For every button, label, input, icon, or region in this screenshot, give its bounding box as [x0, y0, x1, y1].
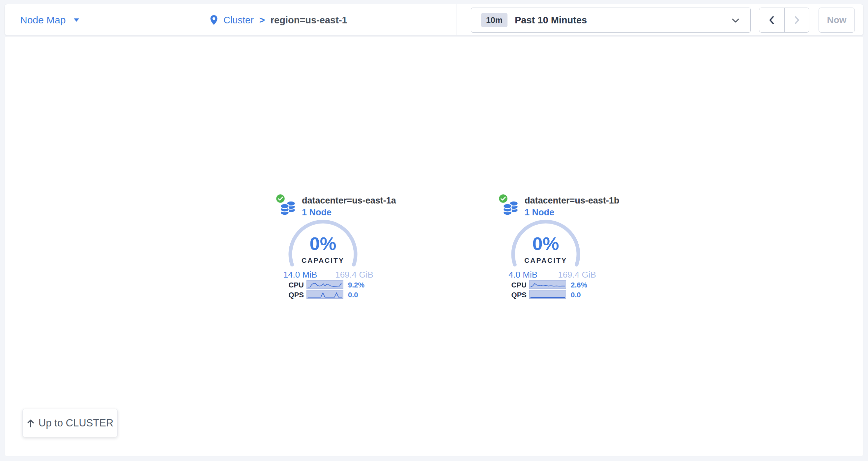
time-range-dropdown[interactable]: 10m Past 10 Minutes: [471, 7, 751, 33]
capacity-caption: CAPACITY: [509, 257, 582, 264]
time-prev-button[interactable]: [759, 8, 784, 32]
time-range-label: Past 10 Minutes: [515, 15, 587, 26]
qps-metric-row: QPS 0.0: [276, 290, 391, 300]
locality-node-count[interactable]: 1 Node: [525, 207, 554, 218]
up-to-cluster-label: Up to CLUSTER: [38, 417, 113, 429]
database-stack-icon: [280, 199, 297, 217]
view-selector-label: Node Map: [20, 14, 66, 26]
capacity-used: 4.0 MiB: [498, 270, 548, 280]
breadcrumb-separator: >: [259, 15, 265, 26]
chevron-down-icon: [732, 19, 739, 23]
cpu-sparkline: [307, 280, 343, 289]
chevron-left-icon: [768, 15, 776, 25]
locality-card-us-east-1b[interactable]: datacenter=us-east-1b 1 Node 0% CAPACITY…: [498, 193, 614, 302]
locality-name: datacenter=us-east-1a: [302, 196, 396, 206]
node-map-canvas: datacenter=us-east-1a 1 Node 0% CAPACITY…: [5, 36, 863, 456]
node-map-page: Node Map Cluster > region=us-east-1 10m …: [0, 0, 868, 461]
locality-node-count[interactable]: 1 Node: [302, 207, 332, 218]
qps-label: QPS: [498, 291, 527, 299]
locality-name: datacenter=us-east-1b: [525, 196, 619, 206]
breadcrumb: Cluster > region=us-east-1: [210, 4, 347, 36]
qps-label: QPS: [276, 291, 304, 299]
cpu-label: CPU: [498, 281, 527, 290]
location-pin-icon: [210, 15, 218, 25]
locality-card-us-east-1a[interactable]: datacenter=us-east-1a 1 Node 0% CAPACITY…: [276, 193, 391, 302]
qps-value: 0.0: [571, 291, 581, 299]
time-next-button[interactable]: [784, 8, 809, 32]
time-range-badge: 10m: [481, 13, 507, 27]
cpu-value: 2.6%: [571, 281, 587, 290]
time-pager-group: [759, 7, 809, 33]
header-divider: [456, 4, 457, 35]
qps-sparkline: [307, 290, 343, 299]
cpu-value: 9.2%: [348, 281, 365, 290]
header-bar: Node Map Cluster > region=us-east-1 10m …: [5, 4, 863, 36]
qps-sparkline: [529, 290, 566, 299]
qps-value: 0.0: [348, 291, 358, 299]
view-selector-dropdown[interactable]: Node Map: [20, 4, 80, 36]
arrow-up-icon: [27, 419, 35, 427]
capacity-used: 14.0 MiB: [276, 270, 325, 280]
breadcrumb-cluster-link[interactable]: Cluster: [223, 15, 254, 26]
cpu-metric-row: CPU 9.2%: [276, 280, 391, 290]
chevron-right-icon: [793, 15, 801, 25]
capacity-total: 169.4 GiB: [546, 270, 608, 280]
database-stack-icon: [503, 199, 519, 217]
now-button-label: Now: [827, 15, 846, 25]
caret-down-icon: [73, 18, 80, 22]
breadcrumb-current: region=us-east-1: [271, 15, 347, 26]
capacity-percent: 0%: [287, 234, 359, 253]
now-button[interactable]: Now: [818, 7, 855, 33]
cpu-label: CPU: [276, 281, 304, 290]
capacity-total: 169.4 GiB: [323, 270, 385, 280]
capacity-caption: CAPACITY: [287, 257, 359, 264]
capacity-percent: 0%: [509, 234, 582, 253]
up-to-cluster-button[interactable]: Up to CLUSTER: [23, 409, 118, 437]
qps-metric-row: QPS 0.0: [498, 290, 614, 300]
cpu-metric-row: CPU 2.6%: [498, 280, 614, 290]
cpu-sparkline: [529, 280, 566, 289]
